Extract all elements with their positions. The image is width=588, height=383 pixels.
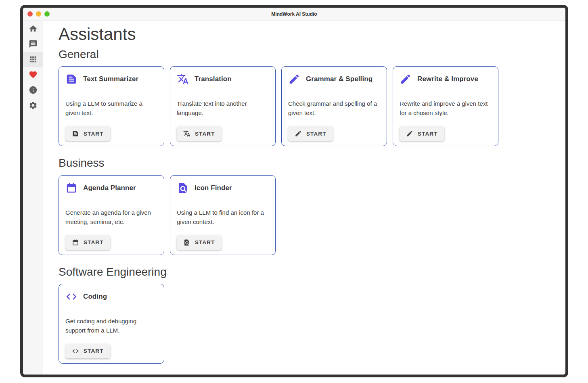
assistant-section: GeneralText SummarizerUsing a LLM to sum… (59, 48, 550, 146)
sections-container: GeneralText SummarizerUsing a LLM to sum… (59, 48, 550, 364)
card-header: Icon Finder (177, 182, 269, 194)
assistant-section: Software EngineeringCodingGet coding and… (59, 266, 550, 364)
translate-icon (183, 130, 190, 137)
zoom-button[interactable] (44, 11, 50, 17)
card-header: Translation (177, 73, 269, 85)
start-button-label: START (84, 131, 104, 137)
start-button[interactable]: START (400, 126, 444, 141)
page-title: Assistants (59, 25, 550, 44)
sidebar (23, 21, 43, 375)
assistant-card: Grammar & SpellingCheck grammar and spel… (281, 66, 387, 146)
window-title: MindWork AI Studio (271, 11, 317, 17)
cards-row: Agenda PlannerGenerate an agenda for a g… (59, 175, 550, 255)
close-button[interactable] (27, 11, 33, 17)
start-button-label: START (84, 348, 104, 354)
card-footer: START (65, 344, 157, 358)
window-titlebar: MindWork AI Studio (23, 8, 565, 21)
card-title: Text Summarizer (83, 75, 138, 83)
sidebar-item-favorites[interactable] (23, 67, 43, 82)
chat-icon (29, 40, 38, 48)
sidebar-item-about[interactable] (23, 82, 43, 98)
app-body: Assistants GeneralText SummarizerUsing a… (23, 21, 565, 375)
start-button-label: START (306, 131, 326, 137)
card-description: Check grammar and spelling of a given te… (288, 99, 380, 117)
card-header: Agenda Planner (65, 182, 157, 194)
info-icon (29, 86, 38, 94)
assistant-card: Agenda PlannerGenerate an agenda for a g… (59, 175, 164, 255)
assistant-card: Text SummarizerUsing a LLM to summarize … (59, 66, 164, 146)
edit-icon (295, 130, 302, 137)
edit-icon (400, 73, 412, 85)
card-title: Agenda Planner (83, 184, 136, 192)
start-button-label: START (195, 131, 215, 137)
card-title: Grammar & Spelling (306, 75, 372, 83)
summarize-icon (65, 73, 77, 85)
start-button[interactable]: START (177, 126, 222, 141)
code-icon (65, 291, 77, 303)
sidebar-item-chats[interactable] (23, 36, 43, 52)
card-description: Using a LLM to find an icon for a given … (177, 208, 269, 226)
card-footer: START (288, 126, 380, 141)
card-title: Translation (195, 75, 232, 83)
card-footer: START (177, 126, 269, 141)
start-button-label: START (418, 131, 438, 137)
assistant-card: CodingGet coding and debugging support f… (59, 284, 164, 364)
translate-icon (177, 73, 189, 85)
traffic-lights (27, 8, 50, 20)
start-button[interactable]: START (65, 235, 110, 250)
heart-icon (29, 70, 38, 79)
sidebar-item-home[interactable] (23, 21, 43, 36)
assistant-section: BusinessAgenda PlannerGenerate an agenda… (59, 157, 550, 255)
card-description: Generate an agenda for a given meeting, … (65, 208, 157, 226)
edit-icon (406, 130, 413, 137)
assistant-card: TranslationTranslate text into another l… (170, 66, 276, 146)
settings-icon (29, 101, 38, 110)
card-footer: START (400, 126, 492, 141)
card-title: Icon Finder (195, 184, 232, 192)
card-header: Grammar & Spelling (288, 73, 380, 85)
card-description: Get coding and debugging support from a … (65, 316, 157, 335)
calendar-icon (72, 239, 79, 246)
assistant-card: Icon FinderUsing a LLM to find an icon f… (170, 175, 276, 255)
app-window: MindWork AI Studio Assistants GeneralTex… (20, 5, 568, 377)
sidebar-item-assistants[interactable] (23, 52, 43, 67)
card-footer: START (65, 235, 157, 250)
start-button[interactable]: START (65, 126, 110, 141)
card-description: Translate text into another language. (177, 99, 269, 117)
start-button[interactable]: START (177, 235, 222, 250)
start-button[interactable]: START (288, 126, 333, 141)
main-content: Assistants GeneralText SummarizerUsing a… (43, 21, 565, 375)
home-icon (29, 24, 38, 33)
card-header: Text Summarizer (65, 73, 157, 85)
summarize-icon (72, 130, 79, 137)
card-footer: START (65, 126, 157, 141)
start-button-label: START (195, 239, 215, 245)
card-title: Coding (83, 293, 107, 301)
assistant-card: Rewrite & ImproveRewrite and improve a g… (393, 66, 498, 146)
card-description: Using a LLM to summarize a given text. (65, 99, 157, 117)
icon-search-icon (177, 182, 189, 194)
code-icon (72, 347, 79, 355)
card-footer: START (177, 235, 269, 250)
section-title: Software Engineering (59, 266, 550, 278)
section-title: Business (59, 157, 550, 170)
icon-search-icon (183, 239, 190, 246)
cards-row: CodingGet coding and debugging support f… (59, 284, 550, 364)
section-title: General (59, 48, 550, 61)
card-title: Rewrite & Improve (417, 75, 478, 83)
minimize-button[interactable] (36, 11, 41, 17)
start-button-label: START (84, 239, 104, 245)
sidebar-item-settings[interactable] (23, 98, 43, 113)
start-button[interactable]: START (65, 344, 110, 358)
cards-row: Text SummarizerUsing a LLM to summarize … (59, 66, 550, 146)
card-header: Coding (65, 291, 157, 303)
edit-icon (288, 73, 300, 85)
calendar-icon (65, 182, 77, 194)
card-description: Rewrite and improve a given text for a c… (400, 99, 492, 117)
card-header: Rewrite & Improve (400, 73, 492, 85)
apps-icon (29, 55, 38, 64)
